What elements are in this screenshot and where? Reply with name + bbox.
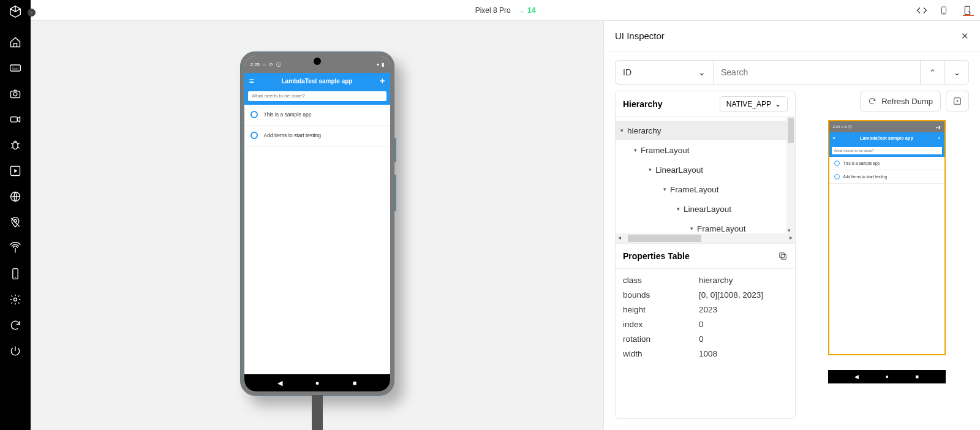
tree-node[interactable]: ▾FrameLayout — [616, 179, 795, 199]
tree-node[interactable]: ▾FrameLayout — [616, 140, 795, 160]
property-key: index — [623, 320, 699, 329]
radio-icon[interactable] — [251, 132, 258, 139]
tree-node[interactable]: ▾FrameLayout — [616, 219, 795, 233]
home-icon[interactable] — [9, 36, 22, 49]
chevron-down-icon: ⌄ — [775, 100, 781, 108]
hierarchy-tree[interactable]: ▾hierarchy ▾FrameLayout ▾LinearLayout ▾F… — [616, 117, 795, 233]
power-icon[interactable] — [9, 344, 22, 358]
camera-icon[interactable] — [9, 87, 22, 100]
todo-list: This is a sample app Add items to start … — [244, 105, 390, 146]
scroll-thumb[interactable] — [628, 235, 701, 242]
caret-icon[interactable]: ▾ — [677, 206, 680, 212]
home-nav-icon[interactable]: ● — [315, 379, 320, 387]
play-square-icon[interactable] — [9, 164, 22, 178]
chevron-down-icon: ⌄ — [698, 67, 706, 77]
list-item-label: This is a sample app — [264, 111, 312, 118]
close-icon[interactable]: ✕ — [961, 31, 969, 42]
preview-status-time: 2:24 — [833, 125, 840, 129]
status-time: 2:25 — [251, 62, 260, 67]
svg-rect-0 — [10, 65, 21, 71]
refresh-label: Refresh Dump — [881, 97, 933, 106]
list-item-label: Add items to start testing — [264, 132, 322, 138]
status-icon: ⊙ — [269, 62, 273, 67]
tree-node-label: hierarchy — [627, 126, 662, 135]
tree-node-label: FrameLayout — [670, 185, 719, 194]
caret-icon[interactable]: ▾ — [663, 186, 666, 192]
device-side-button — [394, 138, 396, 162]
bug-icon[interactable] — [9, 138, 22, 152]
inspector-title: UI Inspector — [615, 31, 665, 41]
tree-hscrollbar[interactable]: ◂ ▸ — [616, 233, 795, 243]
mobile-icon[interactable] — [9, 267, 22, 281]
home-nav-icon: ● — [886, 374, 889, 380]
svg-point-9 — [14, 298, 17, 301]
tree-node[interactable]: ▾hierarchy — [616, 121, 795, 140]
property-key: width — [623, 349, 699, 358]
video-icon[interactable] — [9, 113, 22, 126]
device-screen[interactable]: 2:25 ○ ⊙ ⓘ ▾ ▮ ≡ LambdaTest sample app — [244, 56, 390, 391]
tree-node[interactable]: ▾LinearLayout — [616, 160, 795, 179]
search-prev-button[interactable]: ⌃ — [920, 60, 944, 85]
caret-icon[interactable]: ▾ — [649, 167, 652, 173]
search-by-select[interactable]: ID ⌄ — [615, 60, 713, 85]
status-icon: ○ — [263, 62, 266, 67]
property-value: [0, 0][1008, 2023] — [699, 290, 763, 300]
scroll-thumb[interactable] — [788, 118, 794, 143]
properties-table: classhierarchy bounds[0, 0][1008, 2023] … — [616, 269, 795, 418]
property-key: rotation — [623, 334, 699, 344]
list-item[interactable]: This is a sample app — [244, 105, 390, 126]
radio-icon[interactable] — [251, 111, 258, 118]
todo-input[interactable] — [248, 91, 386, 101]
settings-icon[interactable] — [9, 293, 22, 306]
keyboard-icon[interactable] — [9, 61, 22, 75]
property-row: height2023 — [623, 302, 788, 317]
preview-device[interactable]: 2:24 ○ ⊙ ⓘ ▾ ▮ ≡ LambdaTest sample app +… — [828, 120, 946, 383]
tree-vscrollbar[interactable]: ▴ ▾ — [786, 117, 795, 233]
tree-node[interactable]: ▾LinearLayout — [616, 199, 795, 219]
hamburger-icon[interactable]: ≡ — [249, 76, 254, 86]
inspector-search-row: ID ⌄ ⌃ ⌄ — [604, 51, 980, 91]
android-nav-bar: ◀ ● ■ — [244, 374, 390, 391]
globe-icon[interactable] — [9, 190, 22, 203]
search-input[interactable] — [713, 60, 920, 85]
context-select[interactable]: NATIVE_APP ⌄ — [720, 96, 788, 112]
topbar: Pixel 8 Pro 14 — [31, 0, 980, 21]
back-icon[interactable]: ◀ — [277, 379, 282, 387]
preview-todo-input — [832, 147, 942, 154]
search-next-button[interactable]: ⌄ — [944, 60, 969, 85]
preview-item-label: Add items to start testing — [843, 175, 888, 179]
radio-icon — [834, 174, 840, 179]
wifi-icon: ▾ — [377, 62, 379, 67]
scroll-left-icon[interactable]: ◂ — [618, 234, 621, 241]
broadcast-icon[interactable] — [9, 241, 22, 255]
svg-point-10 — [521, 10, 521, 11]
preview-screen[interactable]: 2:24 ○ ⊙ ⓘ ▾ ▮ ≡ LambdaTest sample app +… — [828, 120, 946, 355]
location-off-icon[interactable] — [9, 216, 22, 229]
target-select-button[interactable] — [946, 91, 969, 111]
device-cable — [312, 395, 323, 430]
property-row: index0 — [623, 317, 788, 331]
brand-logo-icon — [9, 5, 22, 18]
preview-app-bar: ≡ LambdaTest sample app + — [829, 132, 944, 143]
inspector-toggle-icon[interactable] — [963, 5, 974, 16]
caret-icon[interactable]: ▾ — [690, 225, 693, 232]
add-icon[interactable]: + — [380, 76, 385, 86]
preview-status-right: ▾ ▮ — [936, 125, 941, 129]
sync-icon[interactable] — [9, 319, 22, 332]
battery-icon: ▮ — [382, 62, 384, 67]
device-frame: 2:25 ○ ⊙ ⓘ ▾ ▮ ≡ LambdaTest sample app — [240, 51, 394, 396]
left-sidebar: › — [0, 0, 31, 430]
copy-icon[interactable] — [778, 251, 788, 261]
property-row: width1008 — [623, 346, 788, 361]
caret-icon[interactable]: ▾ — [620, 127, 624, 134]
list-item[interactable]: Add items to start testing — [244, 126, 390, 146]
property-row: bounds[0, 0][1008, 2023] — [623, 287, 788, 302]
recents-icon[interactable]: ■ — [353, 379, 357, 387]
preview-item-label: This is a sample app — [843, 161, 880, 165]
device-outline-icon[interactable] — [940, 5, 951, 16]
code-icon[interactable] — [916, 5, 927, 16]
scroll-down-icon[interactable]: ▾ — [788, 227, 791, 233]
caret-icon[interactable]: ▾ — [634, 147, 637, 153]
refresh-dump-button[interactable]: Refresh Dump — [860, 91, 941, 111]
scroll-right-icon[interactable]: ▸ — [790, 234, 793, 241]
